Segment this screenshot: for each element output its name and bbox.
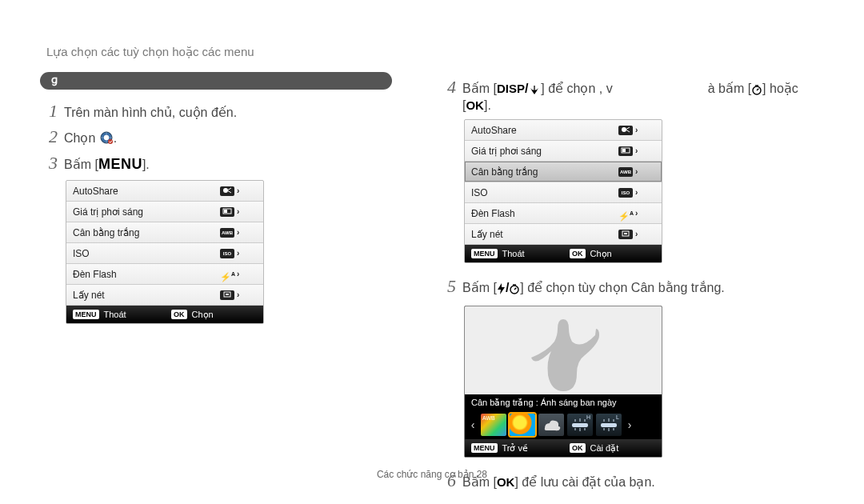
page-footer: Các chức năng cơ bản 28 <box>0 469 864 480</box>
menu-row-whitebalance: Cân bằng trắng AWB› <box>66 222 263 243</box>
svg-rect-16 <box>601 423 617 427</box>
step-text: Bấm [DISP/] để chọn , v à bấm [] hoặc [O… <box>462 81 822 113</box>
camera-menu-screenshot-2: AutoShare › Giá trị phơi sáng › Cân bằng… <box>464 119 662 263</box>
ok-tag-icon: OK <box>570 443 586 453</box>
next-icon: › <box>625 414 634 436</box>
wb-option-cloudy <box>538 414 564 436</box>
left-column: ɡ 1 Trên màn hình chủ, cuộn đến. 2 Chọn … <box>40 72 396 324</box>
step-1: 1 Trên màn hình chủ, cuộn đến. <box>40 101 396 122</box>
section-pill: ɡ <box>40 72 392 90</box>
globe-icon <box>99 130 114 148</box>
menu-row-whitebalance-selected: Cân bằng trắng AWB› <box>465 162 662 182</box>
step-3: 3 Bấm [MENU]. <box>40 153 396 174</box>
svg-rect-5 <box>224 210 227 213</box>
step-number: 4 <box>438 77 456 98</box>
wb-caption: Cân bằng trắng : Ánh sáng ban ngày <box>465 394 662 410</box>
menu-tag-icon: MENU <box>471 443 498 453</box>
step-4: 4 Bấm [DISP/] để chọn , v à bấm [] hoặc … <box>438 77 830 113</box>
menu-row-exposure: Giá trị phơi sáng › <box>66 202 263 222</box>
white-balance-preview: Cân bằng trắng : Ánh sáng ban ngày ‹ AWB… <box>464 306 662 458</box>
menu-row-autoshare: AutoShare › <box>66 181 263 202</box>
menu-row-flash: Đèn Flash ⚡A› <box>66 264 263 285</box>
right-column: 4 Bấm [DISP/] để chọn , v à bấm [] hoặc … <box>438 77 830 496</box>
person-silhouette-icon <box>519 311 607 391</box>
menu-row-focus: Lấy nét › <box>465 224 662 245</box>
svg-point-2 <box>108 139 113 144</box>
wb-option-fluorescent-h: H <box>567 414 593 436</box>
prev-icon: ‹ <box>468 414 478 436</box>
wb-options-strip: ‹ AWB H L › <box>465 410 662 439</box>
menu-label-icon: MENU <box>98 156 142 172</box>
menu-tag-icon: MENU <box>471 249 498 258</box>
ok-tag-icon: OK <box>570 249 586 258</box>
step-number: 1 <box>40 101 58 122</box>
step-text: Bấm [MENU]. <box>64 156 150 173</box>
menu-footer: MENUThoát OKChọn <box>465 245 662 262</box>
wb-option-auto: AWB <box>481 414 506 436</box>
menu-row-autoshare: AutoShare › <box>465 120 662 141</box>
step-text: Chọn . <box>64 130 117 148</box>
macro-icon <box>528 84 541 98</box>
menu-footer: MENUThoát OKChọn <box>66 306 263 323</box>
ok-tag-icon: OK <box>171 310 187 319</box>
step-number: 3 <box>40 153 58 174</box>
pill-mode-mark: ɡ <box>51 74 58 86</box>
page-title: Lựa chọn các tuỳ chọn hoặc các menu <box>46 45 254 59</box>
svg-rect-13 <box>624 233 627 234</box>
wb-option-fluorescent-l: L <box>596 414 622 436</box>
wb-scene <box>465 306 662 394</box>
step-5: 5 Bấm [/] để chọn tùy chọn Cân bằng trắn… <box>438 276 830 298</box>
step-text: Bấm [/] để chọn tùy chọn Cân bằng trắng. <box>462 280 725 298</box>
step-text: Trên màn hình chủ, cuộn đến. <box>64 105 237 120</box>
menu-row-iso: ISO ISO› <box>66 243 263 264</box>
ok-label-icon: OK <box>466 98 484 112</box>
svg-rect-7 <box>226 294 229 295</box>
svg-rect-11 <box>622 149 626 152</box>
step-number: 5 <box>438 276 456 297</box>
menu-row-iso: ISO ISO› <box>465 182 662 203</box>
menu-row-flash: Đèn Flash ⚡A› <box>465 203 662 224</box>
step-2: 2 Chọn . <box>40 126 396 148</box>
wb-footer: MENUTrở về OKCài đặt <box>465 439 662 457</box>
svg-rect-15 <box>572 423 588 427</box>
menu-row-exposure: Giá trị phơi sáng › <box>465 141 662 162</box>
menu-tag-icon: MENU <box>73 310 99 319</box>
wb-option-daylight-selected <box>510 414 535 436</box>
flash-icon <box>497 283 506 298</box>
camera-menu-screenshot-1: AutoShare › Giá trị phơi sáng › Cân bằng… <box>66 180 264 324</box>
timer-icon <box>509 283 520 298</box>
step-number: 2 <box>40 126 58 147</box>
timer-icon <box>751 84 762 98</box>
menu-row-focus: Lấy nét › <box>66 285 263 306</box>
disp-label-icon: DISP <box>497 82 525 95</box>
